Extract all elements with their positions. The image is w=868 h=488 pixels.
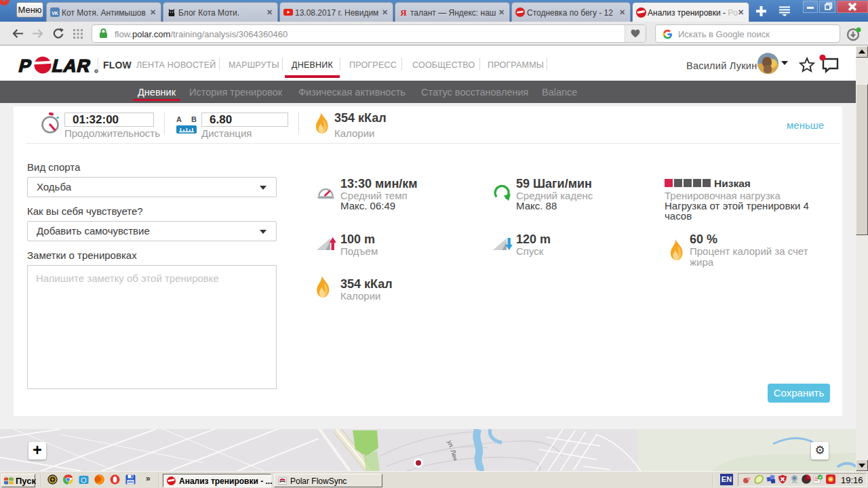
svg-text:P: P <box>17 56 34 74</box>
svg-text:Я: Я <box>400 7 407 17</box>
svg-text:LAR: LAR <box>50 56 94 74</box>
svg-text:VK: VK <box>52 11 58 16</box>
